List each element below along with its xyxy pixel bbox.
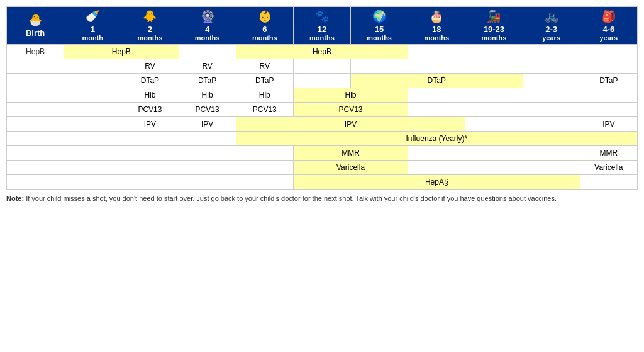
header-12months: 🐾 12 months <box>293 7 350 45</box>
rv-6m: RV <box>236 59 293 74</box>
header-4months: 🎡 4 months <box>179 7 236 45</box>
header-15months: 🌍 15 months <box>351 7 408 45</box>
1923months-icon: 🚂 <box>467 9 521 23</box>
varicella-6m <box>236 161 293 175</box>
hepb-23y <box>523 45 580 59</box>
6months-icon: 👶 <box>238 9 292 23</box>
rv-18m <box>408 59 465 74</box>
hib-12m-15m: Hib <box>293 88 408 103</box>
header-23years: 🚲 2-3 years <box>523 7 580 45</box>
1month-icon: 🍼 <box>65 9 119 23</box>
ipv-46y: IPV <box>580 117 637 132</box>
pcv13-6m: PCV13 <box>236 103 293 117</box>
rv-1m <box>64 59 121 74</box>
note-text: If your child misses a shot, you don't n… <box>26 195 557 202</box>
pcv13-18m <box>408 103 465 117</box>
rv-12m <box>293 59 350 74</box>
mmr-46y: MMR <box>580 146 637 161</box>
pcv13-12m-15m: PCV13 <box>293 103 408 117</box>
ipv-2m: IPV <box>121 117 179 132</box>
varicella-23y <box>523 161 580 175</box>
mmr-row: MMR MMR <box>7 146 638 161</box>
ipv-1m <box>64 117 121 132</box>
varicella-2m <box>121 161 179 175</box>
header-2months: 🐥 2 months <box>121 7 179 45</box>
hib-46y <box>580 88 637 103</box>
rv-15m <box>351 59 408 74</box>
pcv13-1m <box>64 103 121 117</box>
pcv13-46y <box>580 103 637 117</box>
header-18months: 🎂 18 months <box>408 7 465 45</box>
15months-icon: 🌍 <box>352 9 406 23</box>
hepb-18m <box>408 45 465 59</box>
vaccine-name-hepa <box>7 175 64 190</box>
dtap-12m <box>293 74 350 88</box>
18months-icon: 🎂 <box>409 9 464 23</box>
header-birth: 🐣 Birth <box>7 7 64 45</box>
note-section: Note: If your child misses a shot, you d… <box>6 195 638 202</box>
dtap-2m: DTaP <box>121 74 179 88</box>
vaccine-name-mmr <box>7 146 64 161</box>
ipv-1923m <box>465 117 523 132</box>
dtap-15m-18m: DTaP <box>351 74 523 88</box>
hib-18m <box>408 88 465 103</box>
rv-46y <box>580 59 637 74</box>
rv-row: RV RV RV <box>7 59 638 74</box>
12months-icon: 🐾 <box>295 9 349 23</box>
pcv13-23y <box>523 103 580 117</box>
hepb-46y <box>580 45 637 59</box>
dtap-1m <box>64 74 121 88</box>
hepb-1923m <box>465 45 523 59</box>
note-label: Note: <box>6 195 24 202</box>
influenza-1m <box>64 132 121 146</box>
rv-2m: RV <box>121 59 179 74</box>
hepa-12m-23y: HepA§ <box>293 175 580 190</box>
hib-4m: Hib <box>179 88 236 103</box>
hepb-6m-15m: HepB <box>236 45 408 59</box>
hib-1m <box>64 88 121 103</box>
hib-2m: Hib <box>121 88 179 103</box>
vaccine-schedule-table: 🐣 Birth 🍼 1 month 🐥 2 months 🎡 4 months … <box>6 6 638 190</box>
vaccine-name-hib <box>7 88 64 103</box>
influenza-2m <box>121 132 179 146</box>
header-1month: 🍼 1 month <box>64 7 121 45</box>
hib-6m: Hib <box>236 88 293 103</box>
mmr-6m <box>236 146 293 161</box>
mmr-1m <box>64 146 121 161</box>
influenza-6m-46y: Influenza (Yearly)* <box>236 132 637 146</box>
hepa-4m <box>179 175 236 190</box>
mmr-2m <box>121 146 179 161</box>
rv-23y <box>523 59 580 74</box>
hepa-46y <box>580 175 637 190</box>
hepb-row: HepB HepB HepB <box>7 45 638 59</box>
vaccine-name-influenza <box>7 132 64 146</box>
mmr-12m-15m: MMR <box>293 146 408 161</box>
varicella-row: Varicella Varicella <box>7 161 638 175</box>
mmr-18m <box>408 146 465 161</box>
vaccine-name-pcv13 <box>7 103 64 117</box>
varicella-12m-15m: Varicella <box>293 161 408 175</box>
mmr-1923m <box>465 146 523 161</box>
hepa-row: HepA§ <box>7 175 638 190</box>
vaccine-name-dtap <box>7 74 64 88</box>
varicella-18m <box>408 161 465 175</box>
header-46years: 🎒 4-6 years <box>580 7 637 45</box>
varicella-1m <box>64 161 121 175</box>
hepa-6m <box>236 175 293 190</box>
varicella-1923m <box>465 161 523 175</box>
dtap-row: DTaP DTaP DTaP DTaP DTaP <box>7 74 638 88</box>
mmr-23y <box>523 146 580 161</box>
influenza-row: Influenza (Yearly)* <box>7 132 638 146</box>
vaccine-name-varicella <box>7 161 64 175</box>
birth-icon: 🐣 <box>8 13 62 27</box>
header-6months: 👶 6 months <box>236 7 293 45</box>
dtap-4m: DTaP <box>179 74 236 88</box>
varicella-4m <box>179 161 236 175</box>
hepa-1m <box>64 175 121 190</box>
rv-4m: RV <box>179 59 236 74</box>
2months-icon: 🐥 <box>123 9 177 23</box>
ipv-4m: IPV <box>179 117 236 132</box>
pcv13-4m: PCV13 <box>179 103 236 117</box>
hib-23y <box>523 88 580 103</box>
varicella-46y: Varicella <box>580 161 637 175</box>
